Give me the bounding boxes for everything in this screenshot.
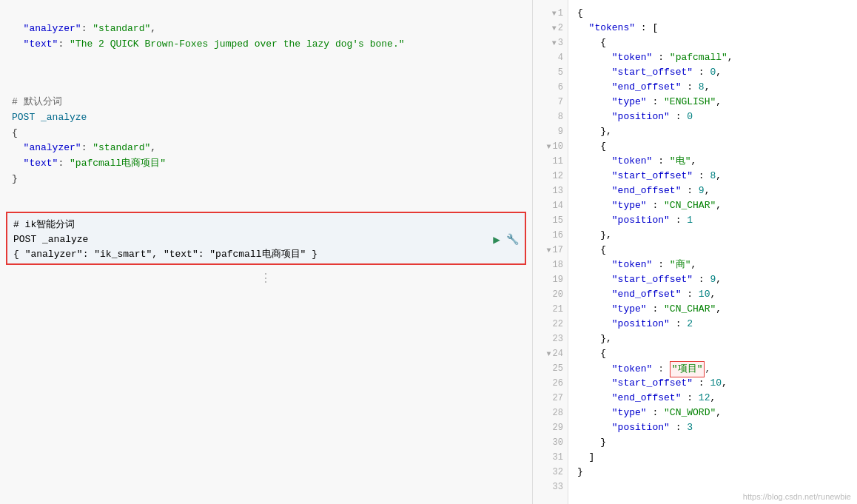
line-number-text-26: 26 xyxy=(553,378,563,389)
line-number-text-2: 2 xyxy=(558,23,563,33)
json-line-27: "end_offset" : 12, xyxy=(577,391,857,406)
line-num-17: ▼17 xyxy=(533,243,568,258)
line-number-text-32: 32 xyxy=(553,467,563,477)
line-num-16: 16 xyxy=(533,228,568,243)
line-number-text-11: 11 xyxy=(553,156,563,167)
json-line-10: { xyxy=(577,139,857,154)
line-num-18: 18 xyxy=(533,258,568,272)
line-number-text-28: 28 xyxy=(553,408,563,418)
val-ik-smart: "ik_smart" xyxy=(94,249,152,260)
right-panel[interactable]: ▼1▼2▼3456789▼10111213141516▼171819202122… xyxy=(533,0,857,504)
line-num-9: 9 xyxy=(533,124,568,139)
json-string-val: "pafcmall" xyxy=(670,52,727,63)
fold-arrow-2[interactable]: ▼ xyxy=(549,24,557,33)
line-number-text-22: 22 xyxy=(553,319,563,329)
val-standard-2: "standard" xyxy=(93,142,150,153)
fold-arrow-24[interactable]: ▼ xyxy=(544,350,551,358)
line-number-text-30: 30 xyxy=(553,437,563,448)
key-text-2: "text" xyxy=(12,158,58,169)
json-num-val: 12 xyxy=(699,392,710,403)
line-num-10: ▼10 xyxy=(533,139,568,154)
ik-smart-block: # ik智能分词 POST _analyze ▶ 🔧 { "analyzer":… xyxy=(6,212,526,265)
line-num-19: 19 xyxy=(533,272,568,287)
wrench-button[interactable]: 🔧 xyxy=(506,233,519,246)
json-line-24: { xyxy=(577,346,857,361)
line-number-text-16: 16 xyxy=(553,230,563,241)
json-line-13: "end_offset" : 9, xyxy=(577,184,857,198)
dots-separator: ⋮ xyxy=(0,268,532,289)
line-num-4: 4 xyxy=(533,50,568,65)
key-text-3: "text" xyxy=(164,249,198,260)
key-text-1: "text" xyxy=(12,38,58,50)
line-number-text-27: 27 xyxy=(553,393,563,403)
fold-arrow-1[interactable]: ▼ xyxy=(549,10,557,18)
json-line-16: }, xyxy=(577,228,857,243)
play-button[interactable]: ▶ xyxy=(493,232,500,247)
json-string-val: "CN_CHAR" xyxy=(664,303,716,315)
line-number-text-6: 6 xyxy=(558,82,563,93)
json-key: "start_offset" xyxy=(612,274,693,285)
watermark: https://blog.csdn.net/runewbie xyxy=(743,492,851,501)
left-panel: "analyzer": "standard", "text": "The 2 Q… xyxy=(0,0,533,504)
json-line-15: "position" : 1 xyxy=(577,213,857,228)
line-number-text-17: 17 xyxy=(553,245,563,255)
line-num-2: ▼2 xyxy=(533,21,568,36)
json-key: "start_offset" xyxy=(612,170,693,181)
json-num-val: 3 xyxy=(687,422,693,433)
json-key: "tokens" xyxy=(589,22,635,33)
line-num-20: 20 xyxy=(533,287,568,302)
code-block-2: # 默认分词 POST _analyze { "analyzer": "stan… xyxy=(0,73,532,208)
fold-arrow-17[interactable]: ▼ xyxy=(544,246,551,255)
json-line-17: { xyxy=(577,243,857,258)
line-num-23: 23 xyxy=(533,332,568,346)
line-num-26: 26 xyxy=(533,376,568,391)
line-number-text-12: 12 xyxy=(553,171,563,181)
json-string-val: "CN_WORD" xyxy=(664,407,716,418)
json-line-25: "token" : "项目", xyxy=(577,361,857,376)
line-number-text-18: 18 xyxy=(553,260,563,270)
json-num-val: 2 xyxy=(687,318,693,329)
json-line-19: "start_offset" : 9, xyxy=(577,272,857,287)
line-num-6: 6 xyxy=(533,80,568,95)
fold-arrow-10[interactable]: ▼ xyxy=(544,143,551,151)
json-key: "end_offset" xyxy=(612,81,682,93)
post-keyword-1: POST _analyze xyxy=(12,112,87,123)
ik-block-header: # ik智能分词 xyxy=(13,216,519,232)
json-line-32: } xyxy=(577,465,857,480)
json-num-val: 1 xyxy=(687,215,693,226)
line-num-14: 14 xyxy=(533,198,568,213)
json-num-val: 8 xyxy=(710,170,716,181)
line-num-5: 5 xyxy=(533,65,568,80)
json-key: "position" xyxy=(612,111,670,122)
line-num-27: 27 xyxy=(533,391,568,406)
json-line-20: "end_offset" : 10, xyxy=(577,287,857,302)
line-num-29: 29 xyxy=(533,420,568,435)
json-line-18: "token" : "商", xyxy=(577,258,857,272)
line-number-text-14: 14 xyxy=(553,201,563,211)
json-key: "end_offset" xyxy=(612,289,682,300)
json-line-28: "type" : "CN_WORD", xyxy=(577,406,857,420)
json-content: { "tokens" : [ { "token" : "pafcmall", "… xyxy=(568,0,857,504)
line-number-text-21: 21 xyxy=(553,304,563,315)
json-key: "token" xyxy=(612,52,653,63)
json-num-val: 9 xyxy=(710,274,716,285)
json-line-29: "position" : 3 xyxy=(577,420,857,435)
json-line-31: ] xyxy=(577,450,857,465)
json-key: "position" xyxy=(612,318,670,329)
key-analyzer-1: "analyzer" xyxy=(12,23,81,34)
json-line-8: "position" : 0 xyxy=(577,110,857,124)
json-key: "end_offset" xyxy=(612,185,682,196)
line-num-12: 12 xyxy=(533,169,568,184)
fold-arrow-3[interactable]: ▼ xyxy=(549,39,557,47)
line-number-text-7: 7 xyxy=(558,97,563,107)
line-num-1: ▼1 xyxy=(533,6,568,21)
json-key: "token" xyxy=(612,259,653,270)
json-line-11: "token" : "电", xyxy=(577,154,857,169)
json-line-21: "type" : "CN_CHAR", xyxy=(577,302,857,317)
json-num-val: 8 xyxy=(699,81,705,93)
line-num-30: 30 xyxy=(533,435,568,450)
json-line-7: "type" : "ENGLISH", xyxy=(577,95,857,110)
json-string-val: "电" xyxy=(670,155,691,167)
json-key: "start_offset" xyxy=(612,67,693,78)
line-num-24: ▼24 xyxy=(533,346,568,361)
